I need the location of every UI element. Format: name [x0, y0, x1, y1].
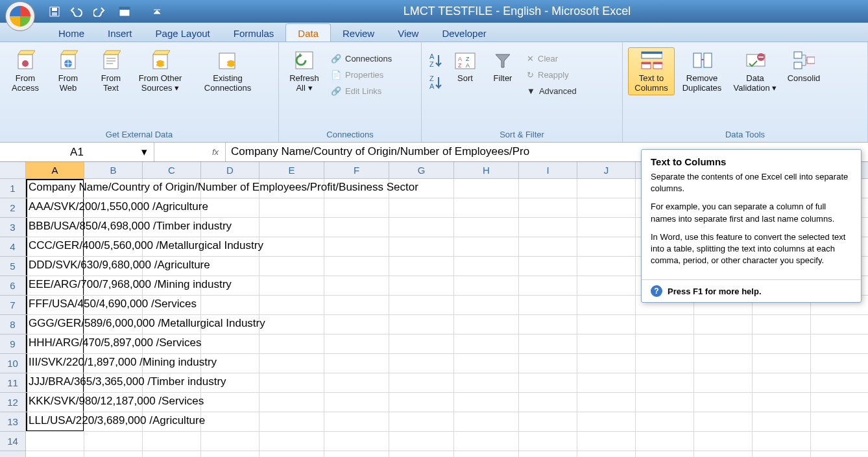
cell[interactable]: [519, 393, 577, 412]
consolidate-button[interactable]: Consolid: [784, 47, 824, 86]
cell[interactable]: [636, 354, 694, 373]
cell[interactable]: [324, 276, 389, 296]
cell[interactable]: [389, 451, 454, 457]
cell[interactable]: [201, 451, 259, 457]
row-header[interactable]: 2: [0, 198, 26, 218]
cell[interactable]: [577, 296, 636, 315]
cell[interactable]: [324, 315, 389, 334]
cell[interactable]: [519, 315, 577, 334]
clear-button[interactable]: ✕Clear: [523, 51, 581, 66]
row-header[interactable]: 7: [0, 296, 26, 315]
refresh-all-button[interactable]: Refresh All ▾: [284, 47, 324, 95]
cell[interactable]: BBB/USA/850/4,698,000 /Timber industry: [26, 218, 84, 237]
cell[interactable]: [201, 393, 259, 412]
filter-button[interactable]: Filter: [485, 47, 520, 86]
cell[interactable]: [389, 296, 454, 315]
cell[interactable]: [324, 334, 389, 354]
cell[interactable]: [454, 237, 519, 257]
cell[interactable]: [389, 237, 454, 257]
tab-developer[interactable]: Developer: [430, 24, 498, 41]
tab-data[interactable]: Data: [285, 23, 331, 41]
cell[interactable]: JJJ/BRA/365/3,365,000 /Timber industry: [26, 373, 84, 393]
column-header[interactable]: G: [389, 162, 454, 179]
cell[interactable]: [26, 451, 84, 457]
row-header[interactable]: 14: [0, 432, 26, 451]
cell[interactable]: [577, 315, 636, 334]
cell[interactable]: [753, 393, 811, 412]
cell[interactable]: [519, 237, 577, 257]
cell[interactable]: EEE/ARG/700/7,968,000 /Mining industry: [26, 276, 84, 296]
cell[interactable]: [454, 432, 519, 451]
cell[interactable]: [454, 334, 519, 354]
cell[interactable]: [811, 334, 868, 354]
cell[interactable]: [324, 218, 389, 237]
cell[interactable]: [811, 412, 868, 432]
cell[interactable]: [324, 354, 389, 373]
cell[interactable]: [259, 198, 324, 218]
cell[interactable]: CCC/GER/400/5,560,000 /Metallurgical Ind…: [26, 237, 84, 257]
cell[interactable]: [454, 296, 519, 315]
cell[interactable]: [84, 432, 143, 451]
cell[interactable]: [259, 257, 324, 276]
cell[interactable]: [636, 334, 694, 354]
cell[interactable]: [753, 354, 811, 373]
undo-icon[interactable]: [69, 4, 87, 19]
data-validation-button[interactable]: Data Validation ▾: [729, 47, 781, 95]
cell[interactable]: [577, 179, 636, 198]
cell[interactable]: [577, 373, 636, 393]
cell[interactable]: [753, 432, 811, 451]
cell[interactable]: [577, 334, 636, 354]
from-text-button[interactable]: From Text: [91, 47, 131, 95]
cell[interactable]: KKK/SVK/980/12,187,000 /Services: [26, 393, 84, 412]
cell[interactable]: [694, 354, 753, 373]
cell[interactable]: [84, 451, 143, 457]
cell[interactable]: [519, 276, 577, 296]
cell[interactable]: [577, 432, 636, 451]
cell[interactable]: [389, 218, 454, 237]
cell[interactable]: [636, 432, 694, 451]
cell[interactable]: [577, 198, 636, 218]
cell[interactable]: [259, 432, 324, 451]
cell[interactable]: [454, 412, 519, 432]
cell[interactable]: DDD/SVK/630/9,680,000 /Agriculture: [26, 257, 84, 276]
cell[interactable]: [259, 393, 324, 412]
cell[interactable]: [259, 451, 324, 457]
column-header[interactable]: B: [84, 162, 143, 179]
cell[interactable]: [811, 393, 868, 412]
cell[interactable]: [259, 218, 324, 237]
cell[interactable]: [259, 296, 324, 315]
tab-page-layout[interactable]: Page Layout: [144, 24, 222, 41]
row-header[interactable]: 13: [0, 412, 26, 432]
properties-button[interactable]: 📄Properties: [327, 67, 396, 82]
cell[interactable]: [753, 373, 811, 393]
cell[interactable]: [389, 334, 454, 354]
row-header[interactable]: 5: [0, 257, 26, 276]
cell[interactable]: [389, 315, 454, 334]
cell[interactable]: [324, 451, 389, 457]
qat-customize-icon[interactable]: [148, 4, 166, 19]
cell[interactable]: [694, 334, 753, 354]
cell[interactable]: [577, 412, 636, 432]
row-header[interactable]: 15: [0, 451, 26, 457]
cell[interactable]: [143, 451, 201, 457]
cell[interactable]: [519, 373, 577, 393]
cell[interactable]: [324, 393, 389, 412]
cell[interactable]: [324, 373, 389, 393]
redo-icon[interactable]: [92, 4, 110, 19]
cell[interactable]: [519, 412, 577, 432]
reapply-button[interactable]: ↻Reapply: [523, 67, 581, 82]
tab-formulas[interactable]: Formulas: [222, 24, 286, 41]
cell[interactable]: [324, 237, 389, 257]
cell[interactable]: [519, 296, 577, 315]
cell[interactable]: [636, 451, 694, 457]
cell[interactable]: [753, 334, 811, 354]
cell[interactable]: [324, 257, 389, 276]
cell[interactable]: [389, 393, 454, 412]
existing-connections-button[interactable]: Existing Connections: [199, 47, 257, 95]
cell[interactable]: [454, 276, 519, 296]
office-button[interactable]: [5, 1, 41, 32]
cell[interactable]: [454, 218, 519, 237]
cell[interactable]: III/SVK/220/1,897,000 /Mining industry: [26, 354, 84, 373]
cell[interactable]: [389, 432, 454, 451]
cell[interactable]: HHH/ARG/470/5,897,000 /Services: [26, 334, 84, 354]
